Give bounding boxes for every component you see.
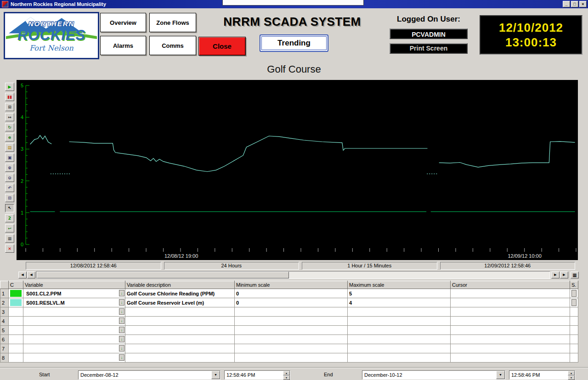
description-cell[interactable] bbox=[125, 317, 235, 326]
s-column-cell[interactable] bbox=[570, 326, 578, 335]
min-scale-cell[interactable] bbox=[235, 335, 348, 344]
cursor-cell[interactable] bbox=[451, 289, 570, 298]
pen-color-cell[interactable] bbox=[9, 307, 23, 317]
pen-color-cell[interactable] bbox=[9, 298, 23, 307]
pen-color-cell[interactable] bbox=[9, 344, 23, 353]
end-date-dropdown-icon[interactable]: ▼ bbox=[496, 371, 505, 379]
min-scale-cell[interactable] bbox=[235, 307, 348, 317]
min-scale-cell[interactable]: 0 bbox=[235, 298, 348, 307]
trending-button[interactable]: Trending bbox=[260, 34, 328, 52]
table-grid-icon[interactable]: ▦ bbox=[5, 234, 14, 243]
zoom-in-icon[interactable]: ⊕ bbox=[5, 164, 14, 172]
start-time-spin-up-icon[interactable]: ▲ bbox=[283, 371, 290, 375]
select-variable-icon[interactable]: ↓ bbox=[119, 299, 124, 306]
variable-cell[interactable]: S001.CL2.PPM↓ bbox=[23, 289, 125, 298]
variable-cell[interactable]: ↓ bbox=[23, 353, 125, 363]
description-cell[interactable] bbox=[125, 353, 235, 363]
s-column-cell[interactable] bbox=[570, 335, 578, 344]
cursor-cell[interactable] bbox=[451, 344, 570, 353]
max-scale-cell[interactable]: 5 bbox=[348, 289, 451, 298]
scrollbar-thumb[interactable] bbox=[37, 272, 289, 278]
minimize-button[interactable]: _ bbox=[563, 1, 570, 7]
pause-icon[interactable]: ▮▮ bbox=[5, 93, 14, 101]
pen-color-cell[interactable] bbox=[9, 317, 23, 326]
scroll-right-icon[interactable]: ▶ bbox=[551, 272, 560, 278]
zoom-box-icon[interactable]: ⊡ bbox=[5, 194, 14, 202]
variable-cell[interactable]: ↓ bbox=[23, 335, 125, 344]
variable-cell[interactable]: S001.RESLVL.M↓ bbox=[23, 298, 125, 307]
max-scale-cell[interactable] bbox=[348, 353, 451, 363]
pen-color-cell[interactable] bbox=[9, 353, 23, 363]
end-time-spin-down-icon[interactable]: ▼ bbox=[568, 375, 575, 380]
events-icon[interactable]: e bbox=[5, 133, 14, 142]
min-scale-cell[interactable] bbox=[235, 317, 348, 326]
scale-spinner[interactable] bbox=[571, 290, 577, 297]
s-column-cell[interactable] bbox=[570, 344, 578, 353]
variable-cell[interactable]: ↓ bbox=[23, 344, 125, 353]
max-scale-cell[interactable] bbox=[348, 344, 451, 353]
start-date-picker[interactable]: December-08-12 ▼ bbox=[78, 370, 220, 380]
alarms-button[interactable]: Alarms bbox=[100, 36, 146, 55]
scale-spinner[interactable] bbox=[571, 299, 577, 306]
grid-view-icon[interactable]: ▦ bbox=[571, 272, 579, 278]
play-icon[interactable]: ▶ bbox=[5, 83, 14, 91]
select-variable-icon[interactable]: ↓ bbox=[119, 318, 124, 324]
cursor-cell[interactable] bbox=[451, 353, 570, 363]
cursor-two-icon[interactable]: 2 bbox=[5, 214, 14, 222]
min-scale-cell[interactable] bbox=[235, 344, 348, 353]
scroll-left-icon[interactable]: ◀ bbox=[27, 272, 35, 278]
range-end-panel[interactable]: 12/09/2012 12:58:46 bbox=[440, 262, 576, 270]
comms-button[interactable]: Comms bbox=[149, 36, 196, 55]
refresh-icon[interactable]: ↻ bbox=[5, 123, 14, 131]
s-column-cell[interactable] bbox=[570, 317, 578, 326]
cursor-column-header[interactable]: Cursor bbox=[451, 281, 570, 289]
scroll-last-icon[interactable]: ▶ bbox=[560, 272, 568, 278]
select-variable-icon[interactable]: ↓ bbox=[119, 354, 124, 361]
max-scale-cell[interactable]: 4 bbox=[348, 298, 451, 307]
cursor-cell[interactable] bbox=[451, 298, 570, 307]
zoom-reset-icon[interactable]: ⊞ bbox=[5, 103, 14, 111]
pen-color-cell[interactable] bbox=[9, 335, 23, 344]
max-scale-cell[interactable] bbox=[348, 317, 451, 326]
min-scale-cell[interactable]: 0 bbox=[235, 289, 348, 298]
zoom-out-icon[interactable]: ⊖ bbox=[5, 174, 14, 182]
pan-icon[interactable]: ↔ bbox=[5, 113, 14, 121]
description-cell[interactable] bbox=[125, 344, 235, 353]
max-scale-column-header[interactable]: Maximum scale bbox=[348, 281, 451, 289]
description-cell[interactable] bbox=[125, 307, 235, 317]
end-date-picker[interactable]: December-10-12 ▼ bbox=[362, 370, 505, 380]
scrollbar-track[interactable] bbox=[36, 271, 550, 279]
select-variable-icon[interactable]: ↓ bbox=[119, 336, 124, 342]
description-cell[interactable]: Golf Course Chlorine Reading (PPM) bbox=[125, 289, 235, 298]
variable-cell[interactable]: ↓ bbox=[23, 317, 125, 326]
close-button[interactable]: Close bbox=[198, 37, 246, 56]
s-column-cell[interactable] bbox=[570, 289, 578, 298]
end-time-picker[interactable]: 12:58:46 PM ▲ ▼ bbox=[509, 370, 575, 380]
start-time-spin-down-icon[interactable]: ▼ bbox=[283, 375, 290, 380]
maximize-button[interactable]: □ bbox=[571, 1, 578, 7]
cursor-cell[interactable] bbox=[451, 335, 570, 344]
s-column-cell[interactable] bbox=[570, 307, 578, 317]
copy-trend-icon[interactable]: ▣ bbox=[5, 153, 14, 162]
close-window-button[interactable]: × bbox=[579, 1, 587, 7]
delete-pen-icon[interactable]: × bbox=[5, 244, 14, 253]
variable-cell[interactable]: ↓ bbox=[23, 307, 125, 317]
max-scale-cell[interactable] bbox=[348, 326, 451, 335]
back-icon[interactable]: ↩ bbox=[5, 224, 14, 233]
variable-cell[interactable]: ↓ bbox=[23, 326, 125, 335]
cursor-cell[interactable] bbox=[451, 326, 570, 335]
trend-chart[interactable]: 01234512/08/12 19:0012/09/12 10:00 bbox=[17, 80, 578, 260]
pointer-icon[interactable]: ↖ bbox=[5, 204, 14, 212]
select-variable-icon[interactable]: ↓ bbox=[119, 290, 124, 296]
undo-zoom-icon[interactable]: ↶ bbox=[5, 184, 14, 192]
description-cell[interactable] bbox=[125, 335, 235, 344]
select-variable-icon[interactable]: ↓ bbox=[119, 327, 124, 333]
trend-plot[interactable]: 01234512/08/12 19:0012/09/12 10:00 bbox=[17, 80, 578, 260]
cursor-cell[interactable] bbox=[451, 317, 570, 326]
range-start-panel[interactable]: 12/08/2012 12:58:46 bbox=[26, 262, 161, 270]
range-span-panel[interactable]: 24 Hours bbox=[164, 262, 300, 270]
s-column-header[interactable]: S. bbox=[570, 281, 578, 289]
legend-icon[interactable]: ▤ bbox=[5, 143, 14, 152]
zone-flows-button[interactable]: Zone Flows bbox=[149, 13, 196, 32]
variable-column-header[interactable]: Variable bbox=[23, 281, 125, 289]
